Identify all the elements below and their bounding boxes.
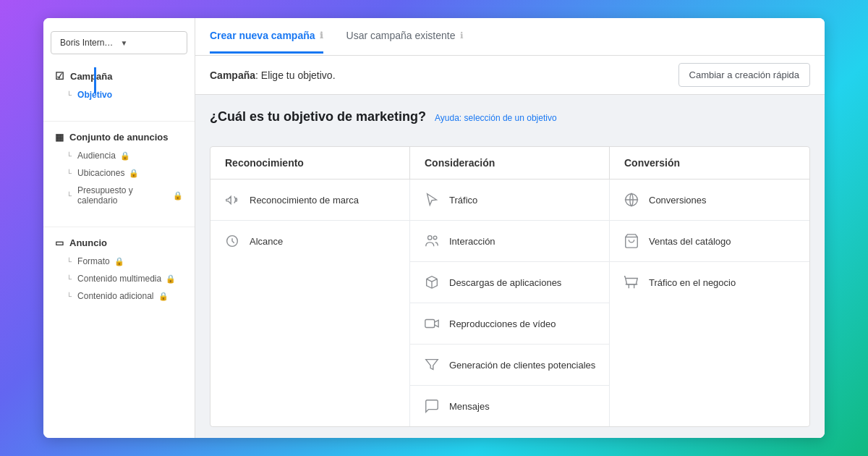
lock-icon: 🔒 — [158, 292, 169, 301]
account-name: Boris International Medi... — [60, 38, 118, 48]
box-icon — [422, 272, 442, 292]
tabs-bar: Crear nueva campaña ℹ Usar campaña exist… — [195, 18, 825, 56]
lock-icon: 🔒 — [173, 191, 183, 200]
tree-line-icon: └ — [67, 152, 72, 160]
tree-line-icon: └ — [67, 292, 72, 300]
interaction-label: Interacción — [449, 236, 495, 247]
multimedia-label: Contenido multimedia — [77, 274, 161, 284]
sidebar-divider-2 — [43, 227, 195, 227]
tab-existing-campaign-label: Usar campaña existente — [346, 30, 456, 41]
sidebar-adset-section: ▦ Conjunto de anuncios └ Audiencia 🔒 └ U… — [43, 127, 195, 221]
tab-new-campaign-label: Crear nueva campaña — [210, 30, 315, 41]
info-icon-new: ℹ — [320, 30, 323, 41]
sidebar-item-presupuesto[interactable]: └ Presupuesto y calendario 🔒 — [43, 182, 195, 209]
sidebar: Boris International Medi... ▼ ☑ Campaña … — [43, 18, 195, 438]
formato-label: Formato — [77, 256, 110, 266]
store-icon — [621, 272, 642, 292]
sidebar-item-objetivo[interactable]: └ Objetivo — [43, 86, 195, 104]
sidebar-item-multimedia[interactable]: └ Contenido multimedia 🔒 — [43, 270, 195, 287]
people-icon — [422, 231, 442, 251]
tree-line-icon: └ — [67, 169, 72, 177]
sidebar-ad-header: ▭ Anuncio — [43, 233, 195, 253]
breadcrumb: Campaña: Elige tu objetivo. — [210, 69, 336, 81]
conversions-label: Conversiones — [649, 195, 707, 206]
lock-icon: 🔒 — [114, 257, 124, 266]
adset-grid-icon: ▦ — [55, 132, 64, 143]
dropdown-arrow-icon: ▼ — [121, 39, 179, 47]
breadcrumb-text: : Elige tu objetivo. — [255, 69, 336, 81]
sidebar-item-audiencia[interactable]: └ Audiencia 🔒 — [43, 147, 195, 164]
svg-point-1 — [433, 236, 437, 240]
breadcrumb-prefix: Campaña — [210, 69, 255, 81]
quick-create-button[interactable]: Cambiar a creación rápida — [678, 63, 810, 87]
store-traffic-label: Tráfico en el negocio — [649, 277, 736, 288]
megaphone-icon — [222, 190, 242, 210]
main-content: Crear nueva campaña ℹ Usar campaña exist… — [195, 18, 825, 438]
sidebar-item-ubicaciones[interactable]: └ Ubicaciones 🔒 — [43, 164, 195, 182]
tab-new-campaign[interactable]: Crear nueva campaña ℹ — [210, 20, 323, 54]
video-icon — [422, 313, 442, 334]
list-item[interactable]: Tráfico — [410, 180, 609, 221]
list-item[interactable]: Generación de clientes potenciales — [410, 345, 609, 386]
sidebar-item-formato[interactable]: └ Formato 🔒 — [43, 253, 195, 270]
list-item[interactable]: Reconocimiento de marca — [210, 180, 409, 221]
filter-icon — [422, 355, 442, 375]
list-item[interactable]: Mensajes — [410, 386, 609, 426]
header-conversion: Conversión — [610, 147, 809, 179]
list-item[interactable]: Conversiones — [610, 180, 809, 221]
list-item[interactable]: Tráfico en el negocio — [610, 262, 809, 303]
breadcrumb-bar: Campaña: Elige tu objetivo. Cambiar a cr… — [195, 56, 825, 95]
tree-line-icon: └ — [67, 275, 72, 283]
sidebar-adset-header: ▦ Conjunto de anuncios — [43, 127, 195, 147]
presupuesto-label: Presupuesto y calendario — [77, 185, 169, 206]
tab-existing-campaign[interactable]: Usar campaña existente ℹ — [346, 20, 464, 54]
ubicaciones-label: Ubicaciones — [77, 168, 124, 178]
svg-rect-2 — [425, 320, 435, 328]
catalog-label: Ventas del catálogo — [649, 236, 731, 247]
sidebar-adset-label: Conjunto de anuncios — [69, 132, 169, 143]
sidebar-ad-section: ▭ Anuncio └ Formato 🔒 └ Contenido multim… — [43, 233, 195, 316]
list-item[interactable]: Alcance — [210, 221, 409, 261]
svg-point-0 — [428, 236, 433, 240]
brand-label: Reconocimiento de marca — [250, 195, 359, 206]
cursor-icon — [422, 190, 442, 210]
leads-label: Generación de clientes potenciales — [449, 360, 595, 371]
list-item[interactable]: Ventas del catálogo — [610, 221, 809, 262]
lock-icon: 🔒 — [166, 274, 176, 284]
sidebar-campaign-header: ☑ Campaña — [43, 66, 195, 86]
table-header: Reconocimiento Consideración Conversión — [210, 147, 809, 180]
objectives-table: Reconocimiento Consideración Conversión — [210, 146, 810, 427]
traffic-label: Tráfico — [449, 195, 477, 206]
account-selector[interactable]: Boris International Medi... ▼ — [51, 31, 187, 54]
info-icon-existing: ℹ — [460, 30, 464, 41]
list-item[interactable]: Interacción — [410, 221, 609, 262]
sidebar-campaign-section: ☑ Campaña └ Objetivo — [43, 66, 195, 115]
tree-line-icon: └ — [67, 91, 72, 99]
table-body: Reconocimiento de marca Alcance — [210, 180, 809, 426]
audiencia-label: Audiencia — [77, 151, 116, 161]
lock-icon: 🔒 — [120, 151, 130, 161]
tree-line-icon: └ — [67, 258, 72, 266]
header-consideration: Consideración — [410, 147, 610, 179]
campaign-grid-icon: ☑ — [55, 70, 64, 82]
lock-icon: 🔒 — [129, 169, 139, 178]
adicional-label: Contenido adicional — [77, 291, 153, 301]
help-link[interactable]: Ayuda: selección de un objetivo — [435, 113, 557, 123]
ad-square-icon: ▭ — [55, 237, 64, 248]
messages-label: Mensajes — [449, 401, 490, 412]
sidebar-ad-label: Anuncio — [69, 237, 107, 248]
col-recognition: Reconocimiento de marca Alcance — [210, 180, 410, 426]
header-recognition: Reconocimiento — [210, 147, 410, 179]
chat-icon — [422, 396, 442, 416]
marketing-question: ¿Cuál es tu objetivo de marketing? — [210, 109, 426, 124]
col-conversion: Conversiones Ventas del catálogo — [610, 180, 809, 426]
list-item[interactable]: Reproducciones de vídeo — [410, 303, 609, 345]
globe-icon — [621, 190, 642, 210]
tree-line-icon: └ — [67, 192, 72, 200]
sidebar-item-adicional[interactable]: └ Contenido adicional 🔒 — [43, 287, 195, 305]
list-item[interactable]: Descargas de aplicaciones — [410, 262, 609, 303]
video-label: Reproducciones de vídeo — [449, 318, 556, 329]
app-downloads-label: Descargas de aplicaciones — [449, 277, 561, 288]
sidebar-campaign-label: Campaña — [70, 71, 113, 82]
objective-area: ¿Cuál es tu objetivo de marketing? Ayuda… — [195, 95, 825, 438]
